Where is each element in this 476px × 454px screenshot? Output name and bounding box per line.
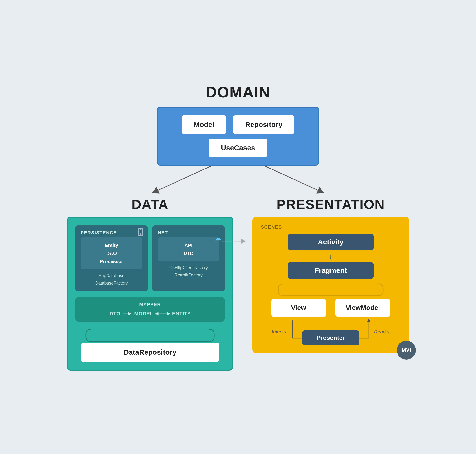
net-sub-text: OkHttpClientFactory RetrofitFactory [158,264,219,279]
data-repo-box: DataRepository [81,342,219,362]
domain-item-repository: Repository [233,115,294,134]
net-label: NET [158,230,219,235]
presentation-column: PRESENTATION SCENES Activity ↓ Fragment … [252,197,409,353]
persistence-box: PERSISTENCE 🗄 Entity DAO Processor AppDa… [75,225,148,291]
net-inner: ☁ API DTO [158,237,219,261]
presenter-area: Intents Render Presenter [271,319,390,345]
persistence-label: PERSISTENCE [81,230,142,235]
fragment-brace-svg [271,283,390,297]
fragment-box: Fragment [288,262,374,279]
net-to-scene-arrow-svg [222,238,246,244]
domain-row2: UseCases [209,139,267,157]
net-box: NET ☁ API DTO OkHttpClientFactory Retrof… [152,225,225,291]
intents-label: Intents [272,329,286,335]
persistence-sub-text: AppDatabase DatabaseFactory [81,272,142,287]
domain-item-usecases: UseCases [209,139,267,157]
mapper-label: MAPPER [82,302,218,307]
net-inner-text: API DTO [161,241,216,257]
domain-arrows-svg [107,166,369,197]
mapper-arrow-right [123,311,132,316]
brace-repo-container: DataRepository [75,328,225,362]
domain-box: Model Repository UseCases [157,107,319,166]
presenter-box: Presenter [302,330,359,345]
mapper-flow: DTO MODEL ENTIT [82,311,218,317]
mapper-box: MAPPER DTO MODEL [75,297,225,322]
presentation-title: PRESENTATION [277,197,385,212]
data-box: PERSISTENCE 🗄 Entity DAO Processor AppDa… [67,217,233,371]
persistence-inner: Entity DAO Processor [81,237,142,269]
presentation-box: SCENES Activity ↓ Fragment View ViewMode… [252,217,409,353]
mapper-arrow-bidirectional [155,311,170,316]
render-label: Render [374,329,390,335]
viewmodel-box: ViewModel [336,299,390,317]
mapper-entity: ENTITY [172,311,191,317]
mapper-dto: DTO [109,311,120,317]
cloud-icon: ☁ [215,234,222,242]
svg-line-0 [155,166,212,192]
domain-row1: Model Repository [182,115,294,134]
data-title: DATA [131,197,168,212]
persistence-net-row: PERSISTENCE 🗄 Entity DAO Processor AppDa… [75,225,225,291]
mapper-model: MODEL [134,311,153,317]
activity-box: Activity [288,234,374,250]
db-icon: 🗄 [137,228,144,237]
scenes-label: SCENES [261,224,282,230]
data-brace-svg [81,328,219,342]
svg-line-1 [264,166,321,192]
domain-title: DOMAIN [206,83,270,101]
activity-to-fragment-arrow: ↓ [329,252,333,260]
view-box: View [271,299,326,317]
lower-section: DATA PERSISTENCE 🗄 Entity DAO Processor [24,197,452,371]
diagram-root: DOMAIN Model Repository UseCases DATA [24,83,452,371]
view-viewmodel-row: View ViewModel [271,299,390,317]
persistence-inner-text: Entity DAO Processor [84,241,139,265]
net-to-scene-arrow-container [222,238,246,244]
data-column: DATA PERSISTENCE 🗄 Entity DAO Processor [67,197,233,371]
domain-section: DOMAIN Model Repository UseCases [24,83,452,166]
mvi-badge: MVI [397,340,416,360]
domain-item-model: Model [182,115,226,134]
